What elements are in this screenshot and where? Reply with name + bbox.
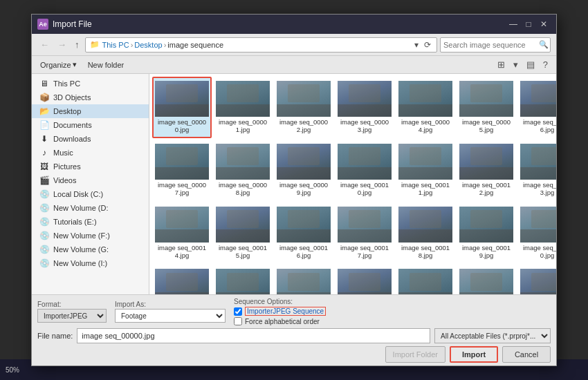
sidebar-icon-pictures: 🖼	[39, 162, 50, 171]
file-item[interactable]: image seq_00013.jpg	[517, 140, 556, 201]
view-chevron-button[interactable]: ▾	[511, 58, 521, 71]
options-row: Format: ImporterJPEG Import As: Footage …	[37, 298, 551, 325]
sidebar-label-new-volume-f: New Volume (F:)	[53, 231, 110, 240]
view-grid-button[interactable]: ⊞	[495, 58, 508, 71]
file-item[interactable]: image seq_00009.jpg	[274, 140, 333, 201]
thumb-image	[459, 269, 513, 294]
sidebar-item-new-volume-f[interactable]: 💿 New Volume (F:)	[32, 229, 149, 243]
file-area[interactable]: image seq_00000.jpg image seq_00001.jpg …	[149, 74, 556, 294]
refresh-button[interactable]: ⟳	[423, 39, 432, 51]
file-item[interactable]: image seq_00023.jpg	[274, 265, 333, 294]
file-item[interactable]: image seq_00004.jpg	[396, 77, 455, 138]
thumb-image	[216, 207, 270, 243]
file-item[interactable]: image seq_00014.jpg	[152, 202, 212, 264]
file-item[interactable]: image seq_00002.jpg	[274, 77, 333, 138]
sidebar-icon-downloads: ⬇	[39, 134, 50, 144]
thumb-image	[155, 269, 209, 294]
sidebar-label-tutorials-e: Tutorials (E:)	[53, 218, 97, 226]
sidebar-label-desktop: Desktop	[53, 107, 81, 115]
sidebar-item-3d-objects[interactable]: 📦 3D Objects	[32, 91, 149, 104]
file-item[interactable]: image seq_00022.jpg	[213, 265, 273, 294]
sidebar-label-videos: Videos	[53, 176, 76, 184]
filetype-select[interactable]: All Acceptable Files (*.prproj*...	[434, 328, 551, 343]
minimize-button[interactable]: —	[506, 19, 520, 30]
import-file-dialog: Ae Import File — □ ✕ ← → ↑ 📁 This PC › D…	[31, 14, 557, 366]
import-as-select[interactable]: Footage	[115, 309, 226, 323]
file-item[interactable]: image seq_00010.jpg	[335, 140, 394, 201]
format-select[interactable]: ImporterJPEG	[37, 309, 107, 323]
import-button[interactable]: Import	[450, 346, 498, 363]
file-item[interactable]: image seq_00018.jpg	[396, 202, 455, 264]
sidebar-icon-documents: 📄	[39, 120, 50, 130]
thumbnail	[398, 144, 452, 180]
thumbnail	[398, 207, 452, 243]
sidebar-item-downloads[interactable]: ⬇ Downloads	[32, 132, 149, 146]
file-item[interactable]: image seq_00007.jpg	[152, 140, 212, 201]
file-item[interactable]: image seq_00026.jpg	[457, 265, 516, 294]
file-name: image seq_00014.jpg	[155, 244, 209, 260]
dropdown-arrow[interactable]: ▾	[413, 39, 420, 51]
new-folder-button[interactable]: New folder	[85, 59, 127, 70]
jpeg-sequence-label: ImporterJPEG Sequence	[245, 307, 326, 316]
help-button[interactable]: ?	[540, 58, 551, 71]
file-item[interactable]: image seq_00006.jpg	[517, 77, 556, 138]
close-button[interactable]: ✕	[537, 19, 551, 30]
file-item[interactable]: image seq_00017.jpg	[335, 202, 394, 264]
file-item[interactable]: image seq_00005.jpg	[457, 77, 516, 138]
sidebar-item-videos[interactable]: 🎬 Videos	[32, 173, 149, 187]
file-item[interactable]: image seq_00015.jpg	[213, 202, 273, 264]
search-input[interactable]	[443, 41, 539, 49]
file-item[interactable]: image seq_00000.jpg	[152, 77, 212, 138]
sidebar-item-new-volume-g[interactable]: 💿 New Volume (G:	[32, 243, 149, 256]
thumb-image	[277, 81, 331, 117]
up-button[interactable]: ↑	[72, 38, 82, 51]
sidebar-item-new-volume-i[interactable]: 💿 New Volume (I:)	[32, 256, 149, 270]
maximize-button[interactable]: □	[522, 19, 535, 30]
jpeg-sequence-checkbox[interactable]	[234, 307, 242, 316]
file-item[interactable]: image seq_00027.jpg	[517, 265, 556, 294]
address-text: This PC › Desktop › image sequence	[102, 41, 411, 49]
dialog-title: Import File	[53, 19, 506, 29]
organize-button[interactable]: Organize ▾	[37, 59, 80, 70]
organize-chevron-icon: ▾	[73, 60, 77, 69]
file-item[interactable]: image seq_00019.jpg	[457, 202, 516, 264]
sidebar-item-pictures[interactable]: 🖼 Pictures	[32, 160, 149, 173]
sidebar-item-tutorials-e[interactable]: 💿 Tutorials (E:)	[32, 215, 149, 229]
thumb-image	[520, 207, 556, 243]
import-as-label: Import As:	[115, 301, 226, 308]
address-bar[interactable]: 📁 This PC › Desktop › image sequence ▾ ⟳	[85, 37, 438, 53]
file-name: image seq_00020.jpg	[520, 244, 556, 260]
file-item[interactable]: image seq_00025.jpg	[396, 265, 455, 294]
file-item[interactable]: image seq_00024.jpg	[335, 265, 394, 294]
view-list-button[interactable]: ▤	[524, 58, 538, 71]
file-item[interactable]: image seq_00021.jpg	[152, 265, 212, 294]
search-box[interactable]: 🔍	[440, 37, 551, 53]
import-folder-button[interactable]: Import Folder	[385, 346, 445, 363]
sidebar-item-documents[interactable]: 📄 Documents	[32, 118, 149, 132]
file-item[interactable]: image seq_00020.jpg	[517, 202, 556, 264]
back-button[interactable]: ←	[37, 38, 52, 51]
sidebar-item-desktop[interactable]: 📂 Desktop	[32, 104, 149, 118]
format-group: Format: ImporterJPEG	[37, 301, 107, 323]
sidebar-item-local-disk[interactable]: 💿 Local Disk (C:)	[32, 187, 149, 201]
thumbnail	[520, 81, 556, 117]
file-item[interactable]: image seq_00003.jpg	[335, 77, 394, 138]
file-item[interactable]: image seq_00001.jpg	[213, 77, 273, 138]
sidebar-icon-3d-objects: 📦	[39, 93, 50, 102]
cancel-button[interactable]: Cancel	[502, 346, 551, 363]
file-item[interactable]: image seq_00008.jpg	[213, 140, 273, 201]
file-item[interactable]: image seq_00011.jpg	[396, 140, 455, 201]
file-item[interactable]: image seq_00012.jpg	[457, 140, 516, 201]
sidebar-icon-tutorials-e: 💿	[39, 217, 50, 227]
filename-input[interactable]	[77, 328, 430, 343]
thumbnail	[459, 269, 513, 294]
forward-button[interactable]: →	[55, 38, 69, 51]
search-icon: 🔍	[539, 40, 549, 49]
force-alpha-checkbox[interactable]	[234, 317, 242, 325]
thumb-image	[277, 144, 331, 180]
file-item[interactable]: image seq_00016.jpg	[274, 202, 333, 264]
sidebar-item-music[interactable]: ♪ Music	[32, 146, 149, 160]
sidebar-item-this-pc[interactable]: 🖥 This PC	[32, 77, 149, 91]
file-name: image seq_00000.jpg	[155, 118, 209, 134]
sidebar-item-new-volume-d[interactable]: 💿 New Volume (D:	[32, 201, 149, 215]
